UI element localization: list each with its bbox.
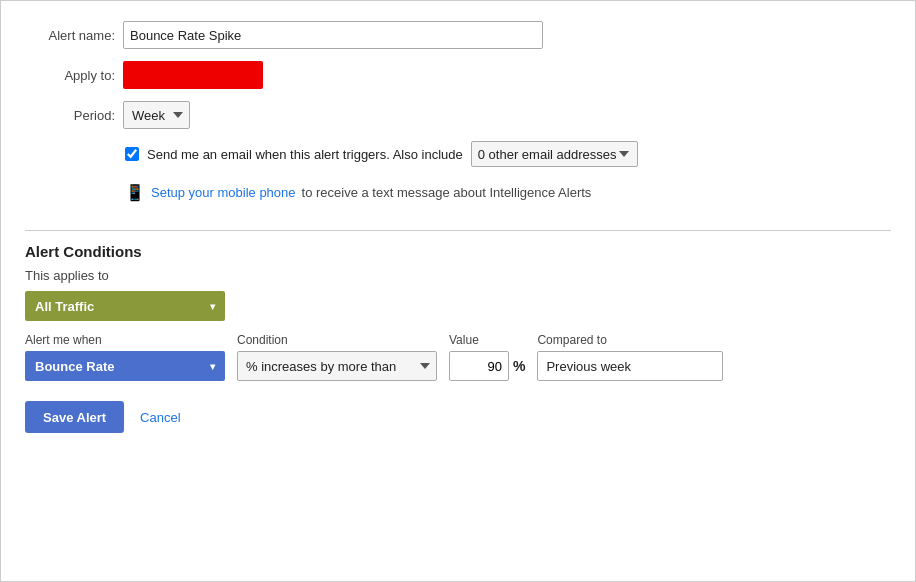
mobile-text: to receive a text message about Intellig… (302, 185, 592, 200)
notification-text: Send me an email when this alert trigger… (147, 147, 463, 162)
traffic-dropdown-arrow: ▾ (210, 301, 215, 312)
email-count-select[interactable]: 0 other email addresses 1 other email ad… (478, 147, 631, 162)
bounce-rate-label: Bounce Rate (35, 359, 114, 374)
compared-to-label: Compared to (537, 333, 723, 347)
alert-name-row: Alert name: (25, 21, 891, 49)
email-count-select-wrap[interactable]: 0 other email addresses 1 other email ad… (471, 141, 638, 167)
cancel-link[interactable]: Cancel (140, 410, 180, 425)
applies-to-label: This applies to (25, 268, 891, 283)
bounce-rate-group: Alert me when Bounce Rate ▾ (25, 333, 225, 381)
setup-mobile-link[interactable]: Setup your mobile phone (151, 185, 296, 200)
alert-name-input[interactable] (123, 21, 543, 49)
compared-to-group: Compared to (537, 333, 723, 381)
apply-to-label: Apply to: (25, 68, 115, 83)
compared-to-input[interactable] (537, 351, 723, 381)
email-notification-checkbox[interactable] (125, 147, 139, 161)
all-traffic-dropdown[interactable]: All Traffic ▾ (25, 291, 225, 321)
notification-row: Send me an email when this alert trigger… (25, 141, 891, 167)
period-select[interactable]: Day Week Month (123, 101, 190, 129)
period-row: Period: Day Week Month (25, 101, 891, 129)
mobile-row: 📱 Setup your mobile phone to receive a t… (25, 183, 891, 202)
actions-row: Save Alert Cancel (25, 401, 891, 433)
percent-sign: % (513, 358, 525, 374)
alert-name-label: Alert name: (25, 28, 115, 43)
value-input[interactable] (449, 351, 509, 381)
alert-me-label: Alert me when (25, 333, 225, 347)
condition-label: Condition (237, 333, 437, 347)
condition-select[interactable]: % increases by more than % decreases by … (237, 351, 437, 381)
value-group: Value % (449, 333, 525, 381)
main-container: Alert name: Apply to: Period: Day Week M… (0, 0, 916, 582)
condition-group: Condition % increases by more than % dec… (237, 333, 437, 381)
all-traffic-label: All Traffic (35, 299, 94, 314)
section-title: Alert Conditions (25, 243, 891, 260)
period-label: Period: (25, 108, 115, 123)
alert-me-row: Alert me when Bounce Rate ▾ Condition % … (25, 333, 891, 381)
section-divider (25, 230, 891, 231)
save-alert-button[interactable]: Save Alert (25, 401, 124, 433)
value-label: Value (449, 333, 525, 347)
value-input-wrap: % (449, 351, 525, 381)
bounce-rate-arrow: ▾ (210, 361, 215, 372)
alert-conditions-section: Alert Conditions This applies to All Tra… (25, 243, 891, 381)
apply-to-row: Apply to: (25, 61, 891, 89)
bounce-rate-dropdown[interactable]: Bounce Rate ▾ (25, 351, 225, 381)
mobile-icon: 📱 (125, 183, 145, 202)
apply-to-selector[interactable] (123, 61, 263, 89)
